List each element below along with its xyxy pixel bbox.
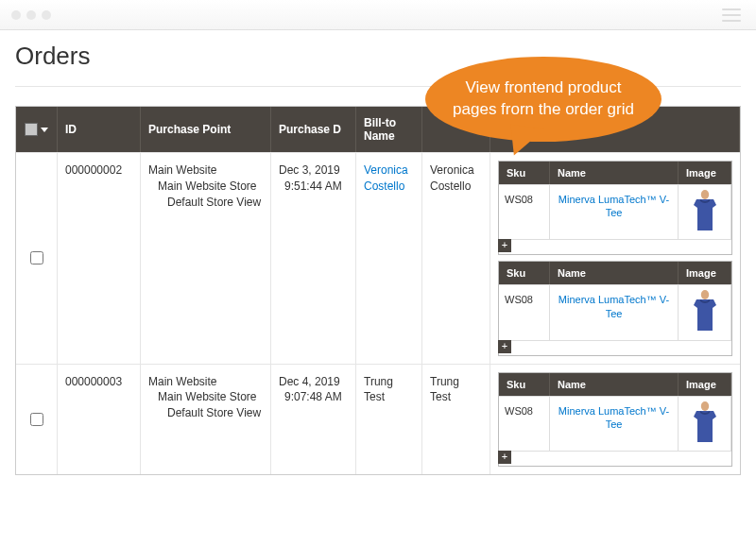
mini-cell-sku: WS08 — [499, 396, 550, 451]
svg-point-1 — [700, 290, 708, 299]
mini-header-sku[interactable]: Sku — [499, 262, 550, 284]
row-checkbox[interactable] — [30, 413, 43, 426]
page-title: Orders — [15, 42, 741, 71]
mini-plus-row: + — [499, 340, 731, 355]
mini-cell-image — [679, 184, 731, 239]
mini-cell-name: Minerva LumaTech™ V-Tee — [550, 284, 679, 339]
mini-cell-name: Minerva LumaTech™ V-Tee — [550, 184, 679, 239]
product-mini-grid: Sku Name Image WS08 Minerva LumaTech™ V-… — [498, 161, 732, 255]
pp-website: Main Website — [148, 162, 263, 179]
purchase-time: 9:07:48 AM — [279, 389, 348, 405]
header-bill-to[interactable]: Bill-to Name — [356, 107, 422, 152]
mini-cell-image — [679, 284, 731, 339]
bill-to-link[interactable]: Veronica Costello — [364, 163, 408, 193]
cell-purchase-date: Dec 3, 2019 9:51:44 AM — [271, 152, 356, 364]
purchase-date: Dec 3, 2019 — [279, 162, 348, 179]
pp-store: Main Website Store — [148, 389, 263, 405]
mini-header-name[interactable]: Name — [550, 262, 679, 284]
select-all-checkbox[interactable] — [25, 123, 38, 136]
mini-plus-row: + — [499, 239, 731, 254]
mini-cell-sku: WS08 — [499, 284, 550, 339]
window-dot-close[interactable] — [11, 10, 21, 20]
cell-id: 000000002 — [58, 152, 141, 364]
mini-cell-name: Minerva LumaTech™ V-Tee — [550, 396, 679, 451]
cell-bill-to: Veronica Costello — [356, 152, 422, 364]
cell-id: 000000003 — [58, 364, 141, 474]
pp-store: Main Website Store — [148, 179, 263, 195]
product-image-icon[interactable] — [691, 189, 719, 232]
cell-purchase-point: Main Website Main Website Store Default … — [141, 152, 271, 364]
product-link[interactable]: Minerva LumaTech™ V-Tee — [558, 405, 669, 430]
cell-ship-to: Veronica Costello — [422, 152, 490, 364]
header-purchase-date[interactable]: Purchase D — [271, 107, 356, 152]
select-all-dropdown-icon[interactable] — [41, 128, 48, 132]
callout-bubble: View frontend product pages frorn the or… — [425, 57, 662, 142]
mini-header-sku[interactable]: Sku — [499, 162, 550, 184]
row-checkbox-cell — [16, 152, 58, 364]
pp-storeview: Default Store View — [148, 405, 263, 421]
row-checkbox[interactable] — [30, 251, 43, 264]
product-mini-grid: Sku Name Image WS08 Minerva LumaTech™ V-… — [498, 261, 732, 355]
pp-storeview: Default Store View — [148, 195, 263, 211]
mini-header-sku[interactable]: Sku — [499, 373, 550, 396]
product-image-icon[interactable] — [691, 401, 719, 444]
product-link[interactable]: Minerva LumaTech™ V-Tee — [558, 194, 669, 218]
callout-text: View frontend product pages frorn the or… — [453, 78, 634, 118]
mini-plus-row: + — [499, 451, 731, 466]
window-controls — [11, 10, 51, 20]
expand-button[interactable]: + — [498, 451, 511, 464]
mini-header-image[interactable]: Image — [679, 162, 731, 184]
pp-website: Main Website — [148, 374, 263, 390]
product-link[interactable]: Minerva LumaTech™ V-Tee — [558, 294, 669, 318]
window-dot-max[interactable] — [42, 10, 51, 20]
purchase-time: 9:51:44 AM — [279, 179, 348, 195]
mini-header-name[interactable]: Name — [550, 162, 679, 184]
cell-products: Sku Name Image WS08 Minerva LumaTech™ V-… — [490, 152, 740, 364]
cell-products: Sku Name Image WS08 Minerva LumaTech™ V-… — [490, 364, 740, 474]
orders-grid: ID Purchase Point Purchase D Bill-to Nam… — [15, 106, 741, 475]
menu-icon[interactable] — [722, 9, 741, 22]
cell-purchase-date: Dec 4, 2019 9:07:48 AM — [271, 364, 356, 474]
row-checkbox-cell — [16, 364, 58, 474]
mini-header-image[interactable]: Image — [679, 373, 731, 396]
mini-cell-sku: WS08 — [499, 184, 550, 239]
header-id[interactable]: ID — [58, 107, 141, 152]
cell-ship-to: Trung Test — [422, 364, 490, 474]
window-dot-min[interactable] — [26, 10, 36, 20]
cell-purchase-point: Main Website Main Website Store Default … — [141, 364, 271, 474]
mini-header-name[interactable]: Name — [550, 373, 679, 396]
purchase-date: Dec 4, 2019 — [279, 374, 348, 390]
header-checkbox[interactable] — [16, 107, 58, 152]
header-purchase-point[interactable]: Purchase Point — [141, 107, 271, 152]
cell-bill-to: Trung Test — [356, 364, 422, 474]
mini-header-image[interactable]: Image — [679, 262, 731, 284]
mini-cell-image — [679, 396, 731, 451]
svg-point-2 — [700, 401, 708, 411]
svg-point-0 — [700, 190, 708, 199]
expand-button[interactable]: + — [498, 340, 511, 353]
browser-chrome — [0, 0, 756, 30]
product-mini-grid: Sku Name Image WS08 Minerva LumaTech™ V-… — [498, 372, 732, 467]
expand-button[interactable]: + — [498, 239, 511, 252]
product-image-icon[interactable] — [691, 289, 719, 333]
